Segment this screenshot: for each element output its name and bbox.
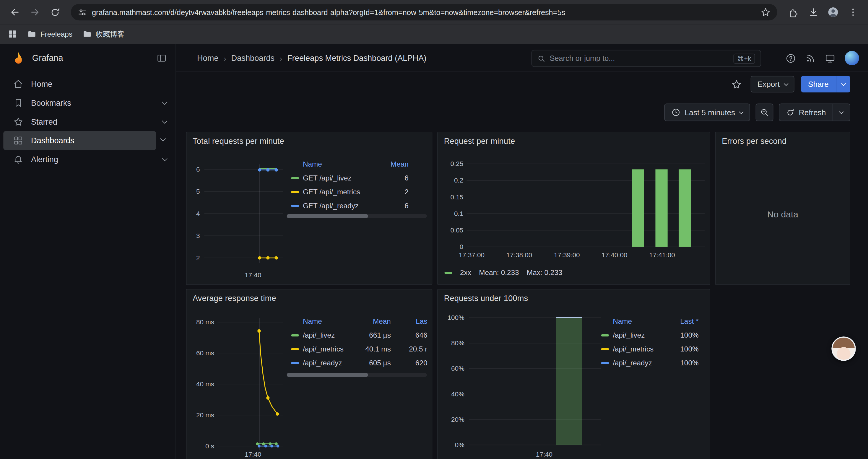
- export-button[interactable]: Export: [751, 76, 794, 93]
- series-last: 100%: [665, 359, 699, 367]
- sidebar-item-home[interactable]: Home: [0, 75, 176, 94]
- floating-assistant-avatar[interactable]: [831, 336, 856, 361]
- star-icon: [13, 117, 23, 127]
- legend-header-mean[interactable]: Mean: [358, 317, 391, 325]
- site-settings-icon[interactable]: [78, 7, 87, 17]
- browser-forward-button[interactable]: [25, 3, 44, 22]
- legend-row[interactable]: GET /api/_readyz 6: [287, 199, 409, 213]
- sidebar-collapse-icon[interactable]: [157, 53, 167, 63]
- panel-total-requests: Total requests per minute 6 5 4 3 2 17:4…: [186, 132, 433, 285]
- legend-row[interactable]: GET /api/_metrics 2: [287, 185, 409, 199]
- sidebar-item-label: Alerting: [31, 155, 155, 164]
- legend-scrollbar[interactable]: [287, 214, 427, 218]
- search-box[interactable]: ⌘+k: [531, 50, 761, 67]
- series-swatch-green: [445, 271, 452, 273]
- legend-header-name[interactable]: Name: [287, 317, 358, 325]
- series-name[interactable]: 2xx: [460, 268, 471, 277]
- sidebar-item-bookmarks[interactable]: Bookmarks: [0, 94, 176, 112]
- panel-title[interactable]: Requests under 100ms: [444, 294, 528, 303]
- browser-reload-button[interactable]: [45, 3, 64, 22]
- panel-title[interactable]: Errors per second: [722, 137, 786, 145]
- chevron-down-icon[interactable]: [162, 118, 167, 124]
- dashboard-actions: Export Share: [731, 72, 850, 96]
- bookmark-star-icon[interactable]: [761, 7, 771, 17]
- share-dropdown-button[interactable]: [836, 76, 850, 93]
- series-swatch-blue: [291, 362, 299, 364]
- monitor-icon[interactable]: [825, 53, 836, 64]
- search-icon: [537, 55, 545, 62]
- legend-row[interactable]: /api/_livez 661 µs 646: [287, 328, 428, 342]
- apps-grid-icon[interactable]: [8, 29, 17, 39]
- breadcrumb-home[interactable]: Home: [197, 54, 218, 63]
- help-icon[interactable]: [785, 53, 796, 64]
- series-swatch-blue: [601, 362, 609, 364]
- legend-header-name[interactable]: Name: [597, 317, 665, 325]
- series-mean: 6: [375, 174, 408, 182]
- svg-text:0.05: 0.05: [451, 227, 464, 234]
- total-requests-chart[interactable]: 6 5 4 3 2 17:40: [186, 155, 285, 285]
- legend-row[interactable]: /api/_metrics 100%: [597, 342, 699, 356]
- refresh-icon: [786, 108, 795, 117]
- series-name[interactable]: /api/_livez: [303, 331, 358, 339]
- series-name[interactable]: /api/_metrics: [303, 345, 358, 353]
- avg-response-chart[interactable]: 80 ms 60 ms 40 ms 20 ms 0 s 17:40: [186, 312, 285, 459]
- browser-profile-button[interactable]: [824, 3, 843, 22]
- refresh-button[interactable]: Refresh: [779, 104, 833, 121]
- breadcrumb: Home › Dashboards › Freeleaps Metrics Da…: [197, 44, 426, 72]
- breadcrumb-dashboards[interactable]: Dashboards: [231, 54, 275, 63]
- legend-row[interactable]: /api/_readyz 100%: [597, 356, 699, 370]
- legend-header-mean[interactable]: Mean: [375, 160, 408, 168]
- browser-menu-button[interactable]: [844, 3, 863, 22]
- svg-text:3: 3: [196, 232, 200, 239]
- sidebar-item-alerting[interactable]: Alerting: [0, 150, 176, 169]
- reload-icon: [50, 7, 60, 18]
- home-icon: [13, 79, 23, 89]
- legend-header-last[interactable]: Las: [391, 317, 428, 325]
- legend-row[interactable]: GET /api/_livez 6: [287, 171, 409, 185]
- refresh-interval-dropdown[interactable]: [833, 104, 850, 121]
- series-name[interactable]: GET /api/_metrics: [303, 188, 375, 196]
- extensions-button[interactable]: [784, 3, 803, 22]
- panel-title[interactable]: Request per minute: [444, 137, 515, 145]
- bookmark-folder-blogs[interactable]: 收藏博客: [83, 29, 124, 39]
- url-input[interactable]: [92, 8, 756, 16]
- zoom-out-button[interactable]: [756, 103, 773, 121]
- chevron-down-icon[interactable]: [162, 156, 167, 162]
- series-name[interactable]: GET /api/_livez: [303, 174, 375, 182]
- address-bar[interactable]: [71, 4, 777, 21]
- svg-text:0 s: 0 s: [205, 442, 214, 450]
- series-name[interactable]: /api/_metrics: [613, 345, 665, 353]
- favorite-star-icon[interactable]: [731, 79, 742, 90]
- series-swatch-green: [291, 177, 299, 179]
- news-rss-icon[interactable]: [805, 53, 815, 63]
- svg-text:6: 6: [196, 166, 200, 173]
- sidebar-item-starred[interactable]: Starred: [0, 112, 176, 131]
- series-name[interactable]: GET /api/_readyz: [303, 201, 375, 210]
- legend-header-last[interactable]: Last *: [665, 317, 699, 325]
- series-name[interactable]: /api/_livez: [613, 331, 665, 339]
- search-input[interactable]: [550, 54, 729, 63]
- request-per-minute-chart[interactable]: 0.25 0.2 0.15 0.1 0.05 0 17:37:00 17:38:…: [438, 155, 711, 265]
- series-name[interactable]: /api/_readyz: [613, 359, 665, 367]
- sidebar-item-dashboards[interactable]: Dashboards: [3, 131, 156, 150]
- legend-row[interactable]: /api/_readyz 605 µs 620: [287, 356, 428, 370]
- share-main-button[interactable]: Share: [801, 76, 836, 93]
- grafana-logo-icon[interactable]: [11, 51, 25, 65]
- time-range-picker[interactable]: Last 5 minutes: [664, 103, 750, 121]
- legend-scrollbar[interactable]: [287, 373, 427, 377]
- sidebar-item-label: Starred: [31, 117, 155, 126]
- panel-title[interactable]: Total requests per minute: [193, 137, 284, 145]
- legend-row[interactable]: /api/_livez 100%: [597, 328, 699, 342]
- legend-header-name[interactable]: Name: [287, 160, 375, 168]
- svg-text:0.15: 0.15: [451, 193, 464, 201]
- chevron-down-icon: [783, 81, 788, 86]
- browser-back-button[interactable]: [6, 3, 25, 22]
- under-100ms-chart[interactable]: 100% 80% 60% 40% 20% 0% 17:40: [438, 312, 604, 459]
- legend-row[interactable]: /api/_metrics 40.1 ms 20.5 r: [287, 342, 428, 356]
- panel-title[interactable]: Average response time: [193, 294, 276, 303]
- series-name[interactable]: /api/_readyz: [303, 359, 358, 367]
- downloads-button[interactable]: [804, 3, 823, 22]
- chevron-down-icon[interactable]: [162, 99, 167, 105]
- user-avatar[interactable]: [845, 51, 859, 65]
- bookmark-folder-freeleaps[interactable]: Freeleaps: [27, 29, 72, 39]
